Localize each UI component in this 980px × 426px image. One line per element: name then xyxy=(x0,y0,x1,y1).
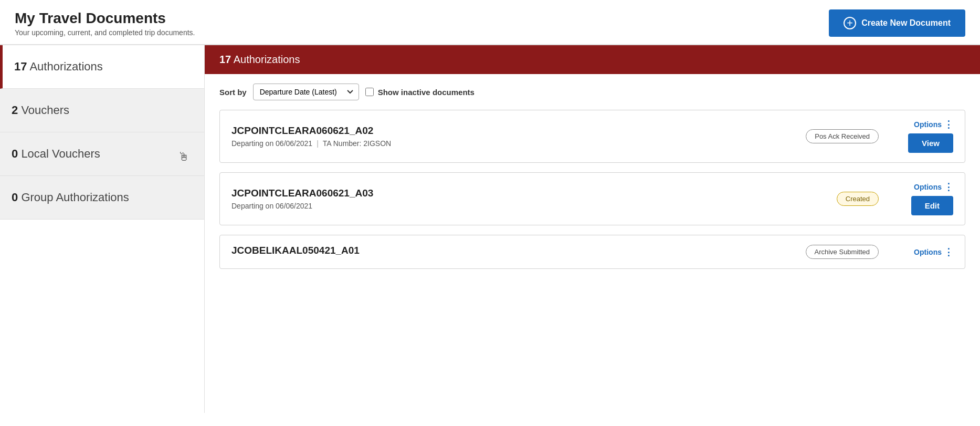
status-badge-3: Archive Submitted xyxy=(806,245,879,259)
sidebar-item-vouchers[interactable]: 2 Vouchers xyxy=(0,89,204,132)
options-label-1: Options xyxy=(914,120,942,129)
header-left: My Travel Documents Your upcoming, curre… xyxy=(15,10,195,37)
page-subtitle: Your upcoming, current, and completed tr… xyxy=(15,28,195,37)
doc-title-1: JCPOINTCLEARA060621_A02 xyxy=(231,125,806,137)
page-header: My Travel Documents Your upcoming, curre… xyxy=(0,0,980,45)
options-dots-2: ⋮ xyxy=(944,182,953,192)
sort-bar: Sort by Departure Date (Latest) Departur… xyxy=(205,74,980,110)
doc-title-3: JCOBELIKAAL050421_A01 xyxy=(231,245,806,256)
create-button-label: Create New Document xyxy=(861,18,951,28)
show-inactive-checkbox[interactable] xyxy=(365,88,374,96)
doc-meta-1: Departing on 06/06/2021 | TA Number: 2IG… xyxy=(231,139,806,148)
sort-select[interactable]: Departure Date (Latest) Departure Date (… xyxy=(253,84,359,100)
options-label-2: Options xyxy=(914,183,942,191)
options-link-2[interactable]: Options ⋮ xyxy=(914,182,953,192)
doc-departure-2: Departing on 06/06/2021 xyxy=(231,202,312,210)
options-link-1[interactable]: Options ⋮ xyxy=(914,120,953,129)
doc-left-1: JCPOINTCLEARA060621_A02 Departing on 06/… xyxy=(231,125,806,148)
sidebar-group-auth-label: Group Authorizations xyxy=(21,191,129,204)
view-button-1[interactable]: View xyxy=(908,133,953,153)
content-area: 17 Authorizations Sort by Departure Date… xyxy=(205,45,980,413)
sidebar-local-vouchers-label: Local Vouchers xyxy=(21,147,100,160)
cursor-icon: 🖱 xyxy=(178,150,189,164)
document-card-1: JCPOINTCLEARA060621_A02 Departing on 06/… xyxy=(219,110,965,163)
sidebar-item-authorizations[interactable]: 17 Authorizations xyxy=(0,45,204,89)
doc-right-3: Options ⋮ xyxy=(890,247,953,257)
show-inactive-label: Show inactive documents xyxy=(378,88,475,97)
document-card-3: JCOBELIKAAL050421_A01 Archive Submitted … xyxy=(219,235,965,269)
doc-center-1: Pos Ack Received xyxy=(806,129,879,143)
edit-button-2[interactable]: Edit xyxy=(911,196,953,215)
sidebar-authorizations-count: 17 xyxy=(14,60,27,73)
doc-left-3: JCOBELIKAAL050421_A01 xyxy=(231,245,806,259)
doc-separator-1: | xyxy=(317,139,319,148)
section-header: 17 Authorizations xyxy=(205,45,980,74)
doc-center-2: Created xyxy=(837,192,879,206)
sidebar-local-vouchers-count: 0 xyxy=(12,147,18,160)
doc-title-2: JCPOINTCLEARA060621_A03 xyxy=(231,188,837,199)
section-count: 17 xyxy=(219,54,231,65)
sidebar-vouchers-label: Vouchers xyxy=(21,103,69,117)
plus-circle-icon: + xyxy=(844,17,856,29)
doc-right-1: Options ⋮ View xyxy=(890,120,953,153)
status-badge-2: Created xyxy=(837,192,879,206)
sidebar-item-local-vouchers[interactable]: 0 Local Vouchers 🖱 xyxy=(0,132,204,176)
main-layout: < 17 Authorizations 2 Vouchers 0 Local V… xyxy=(0,45,980,413)
status-badge-1: Pos Ack Received xyxy=(806,129,879,143)
document-card-2: JCPOINTCLEARA060621_A03 Departing on 06/… xyxy=(219,172,965,225)
sidebar: < 17 Authorizations 2 Vouchers 0 Local V… xyxy=(0,45,205,413)
options-label-3: Options xyxy=(914,248,942,256)
create-new-document-button[interactable]: + Create New Document xyxy=(829,9,965,37)
doc-right-2: Options ⋮ Edit xyxy=(890,182,953,215)
options-dots-3: ⋮ xyxy=(944,247,953,257)
sidebar-group-auth-count: 0 xyxy=(12,191,18,204)
doc-ta-1: TA Number: 2IGSON xyxy=(323,139,391,148)
show-inactive-wrapper[interactable]: Show inactive documents xyxy=(365,88,475,97)
doc-left-2: JCPOINTCLEARA060621_A03 Departing on 06/… xyxy=(231,188,837,210)
section-label: Authorizations xyxy=(234,54,300,65)
options-dots-1: ⋮ xyxy=(944,120,953,129)
sort-label: Sort by xyxy=(219,88,247,97)
sidebar-item-group-authorizations[interactable]: 0 Group Authorizations xyxy=(0,176,204,220)
doc-center-3: Archive Submitted xyxy=(806,245,879,259)
sidebar-vouchers-count: 2 xyxy=(12,103,18,117)
page-title: My Travel Documents xyxy=(15,10,195,27)
options-link-3[interactable]: Options ⋮ xyxy=(914,247,953,257)
sidebar-authorizations-label: Authorizations xyxy=(29,60,102,73)
doc-meta-2: Departing on 06/06/2021 xyxy=(231,202,837,210)
doc-departure-1: Departing on 06/06/2021 xyxy=(231,139,312,148)
